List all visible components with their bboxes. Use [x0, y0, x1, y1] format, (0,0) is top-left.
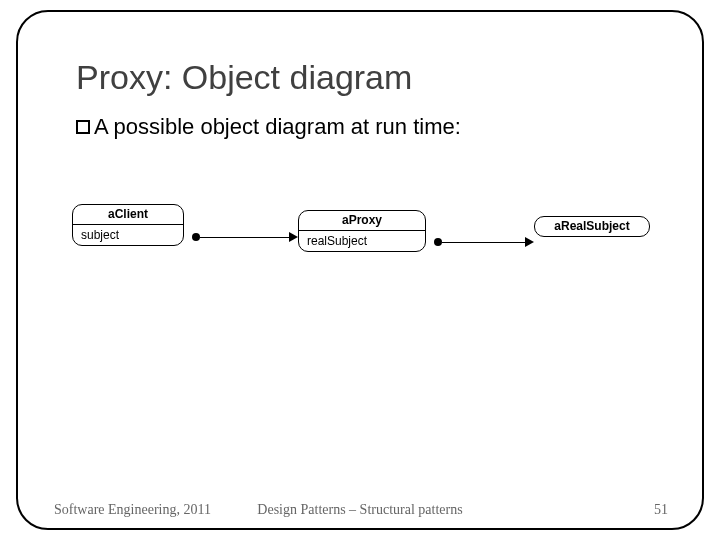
- arrowhead-icon: [289, 232, 298, 242]
- footer-page: 51: [654, 502, 668, 518]
- link-dot-icon: [192, 233, 200, 241]
- link-dot-icon: [434, 238, 442, 246]
- link-line: [442, 242, 526, 243]
- arrowhead-icon: [525, 237, 534, 247]
- footer-center: Design Patterns – Structural patterns: [0, 502, 720, 518]
- object-proxy: aProxy realSubject: [298, 210, 426, 252]
- bullet-text: A possible object diagram at run time:: [94, 114, 461, 140]
- object-proxy-name: aProxy: [299, 211, 425, 230]
- object-real-subject: aRealSubject: [534, 216, 650, 237]
- object-real-subject-name: aRealSubject: [535, 217, 649, 236]
- object-client-name: aClient: [73, 205, 183, 224]
- slide-title: Proxy: Object diagram: [76, 58, 412, 97]
- bullet-item: A possible object diagram at run time:: [76, 114, 461, 140]
- object-proxy-attr: realSubject: [299, 230, 425, 251]
- object-client: aClient subject: [72, 204, 184, 246]
- link-line: [200, 237, 290, 238]
- object-diagram: aClient subject aProxy realSubject aReal…: [72, 200, 652, 270]
- bullet-box-icon: [76, 120, 90, 134]
- object-client-attr: subject: [73, 224, 183, 245]
